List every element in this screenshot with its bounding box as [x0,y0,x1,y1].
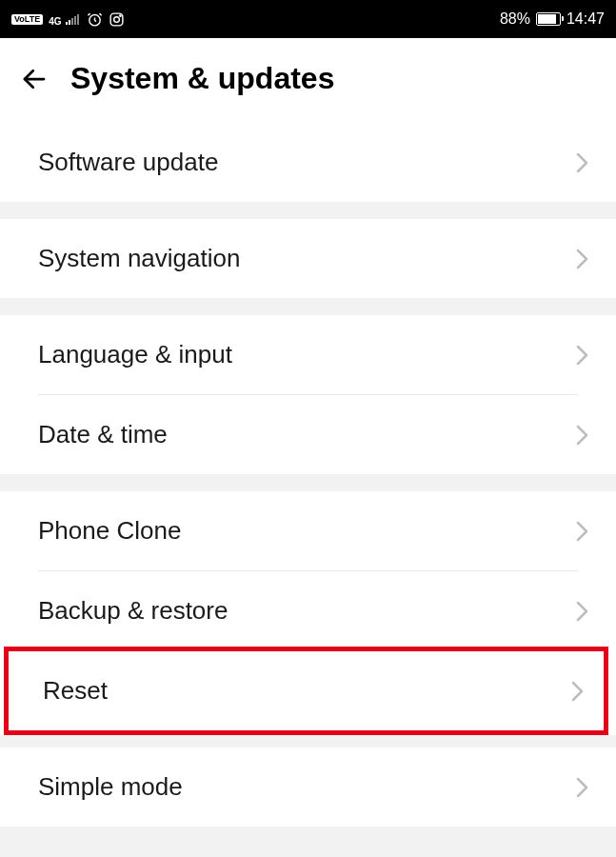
svg-rect-2 [71,18,73,25]
chevron-right-icon [576,520,589,543]
settings-item-system-navigation[interactable]: System navigation [0,219,616,298]
settings-item-label: Reset [43,676,108,706]
chevron-right-icon [571,680,585,703]
settings-group: Simple mode [0,747,616,827]
chevron-right-icon [576,600,589,623]
settings-item-label: Simple mode [38,772,183,802]
settings-item-label: Backup & restore [38,596,228,626]
alarm-icon [87,11,103,28]
settings-item-label: System navigation [38,244,240,273]
status-right: 88% 14:47 [500,10,605,28]
chevron-right-icon [576,151,589,174]
battery-icon [536,12,561,26]
chevron-right-icon [576,248,589,270]
chevron-right-icon [576,424,589,447]
settings-item-software-update[interactable]: Software update [0,123,616,202]
status-bar: VoLTE 4G 88% [0,0,616,38]
settings-group: System navigation [0,219,616,298]
back-button[interactable] [19,64,50,94]
settings-item-backup-restore[interactable]: Backup & restore [0,571,616,650]
header: System & updates [0,38,616,123]
svg-rect-0 [66,22,68,25]
settings-item-label: Language & input [38,340,232,369]
svg-rect-4 [77,14,79,25]
settings-group: Phone Clone Backup & restore Reset [0,491,616,735]
settings-item-language-input[interactable]: Language & input [0,315,616,394]
settings-group: Language & input Date & time [0,315,616,474]
settings-item-date-time[interactable]: Date & time [0,395,616,474]
highlight-annotation: Reset [4,647,608,735]
network-indicator: 4G [49,11,81,28]
settings-item-label: Date & time [38,420,168,449]
svg-rect-3 [74,16,76,25]
status-left: VoLTE 4G [11,11,125,28]
settings-item-label: Phone Clone [38,516,181,546]
back-arrow-icon [20,65,49,93]
settings-item-simple-mode[interactable]: Simple mode [0,747,616,827]
signal-bars-icon [66,13,81,25]
chevron-right-icon [576,776,589,799]
svg-point-8 [119,14,120,15]
volte-badge: VoLTE [11,14,43,25]
settings-item-phone-clone[interactable]: Phone Clone [0,491,616,570]
settings-item-reset[interactable]: Reset [9,651,604,730]
page-title: System & updates [70,61,334,96]
instagram-icon [109,11,125,28]
svg-point-7 [113,16,119,22]
settings-group: Software update [0,123,616,202]
svg-rect-1 [69,20,70,25]
settings-item-label: Software update [38,148,218,177]
chevron-right-icon [576,344,589,367]
clock: 14:47 [566,10,605,28]
battery-percent: 88% [500,10,530,28]
